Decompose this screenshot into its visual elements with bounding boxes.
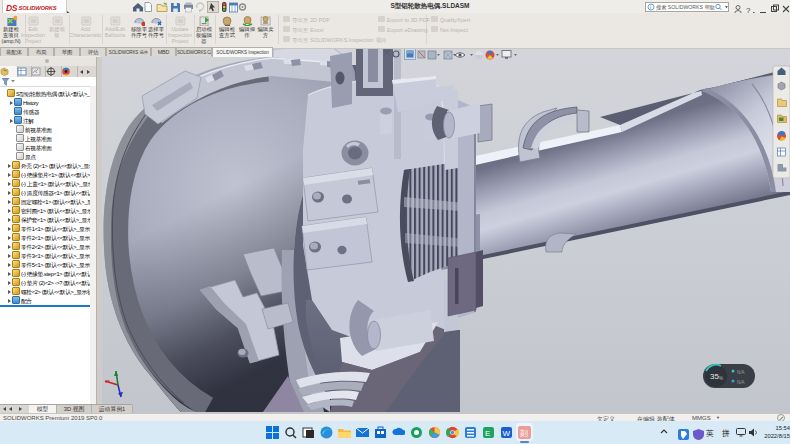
svg-text:E: E — [485, 429, 490, 438]
svg-text:W: W — [503, 429, 511, 438]
svg-text:i: i — [650, 4, 651, 10]
svg-text:SOLIDWORKS: SOLIDWORKS — [18, 5, 56, 11]
svg-text:N/A: N/A — [737, 370, 745, 375]
svg-text:搜索 SOLIDWORKS 帮助: 搜索 SOLIDWORKS 帮助 — [656, 4, 715, 11]
svg-text:%: % — [719, 376, 723, 381]
svg-text:N/A: N/A — [737, 380, 745, 385]
svg-text:DS: DS — [6, 2, 18, 12]
